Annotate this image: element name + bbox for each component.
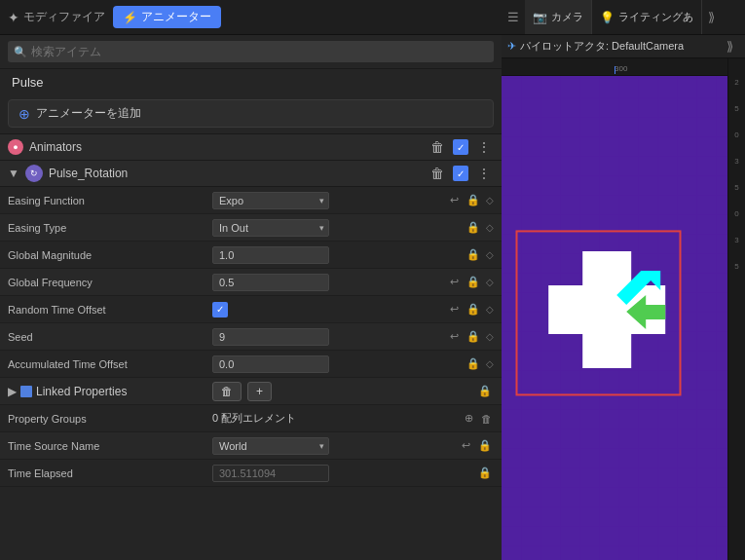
global-frequency-lock-btn[interactable]: 🔒 xyxy=(465,275,482,289)
right-panel-expand-btn[interactable]: ⟫ xyxy=(702,0,721,34)
animator-button[interactable]: ⚡ アニメーター xyxy=(113,6,221,28)
seed-diamond: ◇ xyxy=(486,331,494,342)
time-source-name-control: WorldLocalCustom ▾ xyxy=(212,437,460,455)
pulse-rotation-right: 🗑 ✓ ⋮ xyxy=(428,165,494,182)
pulse-rotation-menu-btn[interactable]: ⋮ xyxy=(474,165,494,182)
linked-properties-label: ▶ Linked Properties xyxy=(8,385,212,398)
ruler-val-4: 3 xyxy=(734,157,738,166)
linked-properties-expand-btn[interactable]: ▶ xyxy=(8,385,17,398)
prop-easing-function: Easing Function ExpoLinearEase ▾ ↩ 🔒 ◇ xyxy=(0,187,502,214)
time-elapsed-lock-btn[interactable]: 🔒 xyxy=(476,466,494,480)
linked-properties-add-btn[interactable]: + xyxy=(247,382,272,401)
seed-input[interactable] xyxy=(212,328,329,346)
ruler-val-7: 3 xyxy=(734,236,738,244)
animators-delete-btn[interactable]: 🗑 xyxy=(428,138,447,156)
time-source-name-actions: ↩ 🔒 xyxy=(460,438,494,453)
global-magnitude-diamond: ◇ xyxy=(486,249,494,260)
seed-undo-btn[interactable]: ↩ xyxy=(448,329,461,344)
linked-properties-controls: 🗑 + xyxy=(212,382,272,401)
easing-function-select[interactable]: ExpoLinearEase xyxy=(212,192,329,209)
global-magnitude-control xyxy=(212,246,465,264)
easing-type-lock-btn[interactable]: 🔒 xyxy=(465,220,482,235)
random-time-offset-undo-btn[interactable]: ↩ xyxy=(448,302,461,317)
prop-time-elapsed: Time Elapsed 🔒 xyxy=(0,460,502,487)
property-groups-control: 0 配列エレメント xyxy=(212,411,463,426)
easing-type-diamond: ◇ xyxy=(486,222,494,233)
easing-type-select[interactable]: In OutInOut xyxy=(212,219,329,237)
seed-lock-btn[interactable]: 🔒 xyxy=(465,329,482,344)
global-frequency-undo-btn[interactable]: ↩ xyxy=(448,275,461,289)
linked-properties-actions: 🔒 xyxy=(476,384,494,398)
pulse-rotation-icon: ↻ xyxy=(25,165,43,182)
animators-label: Animators xyxy=(29,140,82,154)
ruler-300-label: 300 xyxy=(615,64,627,73)
time-source-name-select[interactable]: WorldLocalCustom xyxy=(212,437,329,455)
time-elapsed-label: Time Elapsed xyxy=(8,467,212,479)
global-magnitude-input[interactable] xyxy=(212,246,329,264)
props-table: Easing Function ExpoLinearEase ▾ ↩ 🔒 ◇ E… xyxy=(0,187,502,560)
search-input[interactable] xyxy=(8,41,494,62)
global-magnitude-lock-btn[interactable]: 🔒 xyxy=(465,247,482,262)
pulse-rotation-delete-btn[interactable]: 🗑 xyxy=(428,165,447,182)
easing-function-undo-btn[interactable]: ↩ xyxy=(448,193,461,207)
animators-checkbox[interactable]: ✓ xyxy=(453,139,468,155)
ruler-val-8: 5 xyxy=(734,262,738,271)
global-frequency-control xyxy=(212,274,448,291)
accumulated-time-offset-input[interactable] xyxy=(212,355,329,373)
animators-header-right: 🗑 ✓ ⋮ xyxy=(428,138,494,156)
animators-header: ● Animators 🗑 ✓ ⋮ xyxy=(0,133,502,161)
property-groups-actions: ⊕ 🗑 xyxy=(463,411,494,426)
camera-tab[interactable]: 📷 カメラ xyxy=(525,0,592,34)
easing-function-lock-btn[interactable]: 🔒 xyxy=(465,193,482,207)
prop-global-frequency: Global Frequency ↩ 🔒 ◇ xyxy=(0,269,502,296)
easing-type-actions: 🔒 ◇ xyxy=(465,220,494,235)
search-bar: 🔍 xyxy=(0,35,502,69)
time-elapsed-control xyxy=(212,465,476,482)
add-animator-button[interactable]: ⊕ アニメーターを追加 xyxy=(8,99,494,128)
animator-btn-icon: ⚡ xyxy=(123,11,137,24)
ruler-val-6: 0 xyxy=(734,209,738,218)
random-time-offset-actions: ↩ 🔒 ◇ xyxy=(448,302,494,317)
ruler-val-2: 5 xyxy=(734,104,738,113)
easing-function-diamond: ◇ xyxy=(486,195,494,205)
seed-control xyxy=(212,328,448,346)
cross-character xyxy=(539,242,675,378)
prop-random-time-offset: Random Time Offset ✓ ↩ 🔒 ◇ xyxy=(0,296,502,323)
pilot-expand-btn[interactable]: ⟫ xyxy=(721,39,739,54)
accumulated-time-offset-actions: 🔒 ◇ xyxy=(465,356,494,371)
property-groups-delete-btn[interactable]: 🗑 xyxy=(479,412,494,426)
animator-btn-label: アニメーター xyxy=(141,9,211,25)
animators-header-left: ● Animators xyxy=(8,139,428,155)
global-frequency-label: Global Frequency xyxy=(8,277,212,288)
prop-global-magnitude: Global Magnitude 🔒 ◇ xyxy=(0,242,502,269)
right-panel-menu-btn[interactable]: ☰ xyxy=(502,0,525,34)
random-time-offset-control: ✓ xyxy=(212,302,448,317)
pulse-rotation-checkbox[interactable]: ✓ xyxy=(453,166,468,181)
search-wrapper: 🔍 xyxy=(8,41,494,62)
random-time-offset-checkbox[interactable]: ✓ xyxy=(212,302,228,317)
ruler-val-1: 2 xyxy=(734,78,738,87)
modifier-icon: ✦ xyxy=(8,10,19,25)
easing-type-label: Easing Type xyxy=(8,222,212,234)
accumulated-time-offset-lock-btn[interactable]: 🔒 xyxy=(465,356,482,371)
linked-properties-lock-btn[interactable]: 🔒 xyxy=(476,384,494,398)
pulse-rotation-row: ▼ ↻ Pulse_Rotation 🗑 ✓ ⋮ xyxy=(0,161,502,187)
prop-seed: Seed ↩ 🔒 ◇ xyxy=(0,323,502,351)
top-ruler: 300 xyxy=(502,58,727,76)
pulse-rotation-expand-btn[interactable]: ▼ xyxy=(8,167,19,180)
time-elapsed-input[interactable] xyxy=(212,465,329,482)
pilot-icon: ✈ xyxy=(507,40,516,53)
global-frequency-input[interactable] xyxy=(212,274,329,291)
time-source-name-lock-btn[interactable]: 🔒 xyxy=(476,438,494,453)
animators-icon: ● xyxy=(8,139,23,155)
prop-time-source-name: Time Source Name WorldLocalCustom ▾ ↩ 🔒 xyxy=(0,432,502,460)
time-source-name-undo-btn[interactable]: ↩ xyxy=(460,438,472,453)
animators-menu-btn[interactable]: ⋮ xyxy=(474,138,494,156)
lighting-tab[interactable]: 💡 ライティングあ xyxy=(592,0,702,34)
easing-type-control: In OutInOut ▾ xyxy=(212,219,465,237)
prop-easing-type: Easing Type In OutInOut ▾ 🔒 ◇ xyxy=(0,214,502,242)
linked-properties-delete-btn[interactable]: 🗑 xyxy=(212,382,242,401)
random-time-offset-lock-btn[interactable]: 🔒 xyxy=(465,302,482,317)
property-groups-add-btn[interactable]: ⊕ xyxy=(463,411,475,426)
lighting-tab-label: ライティングあ xyxy=(618,10,693,24)
